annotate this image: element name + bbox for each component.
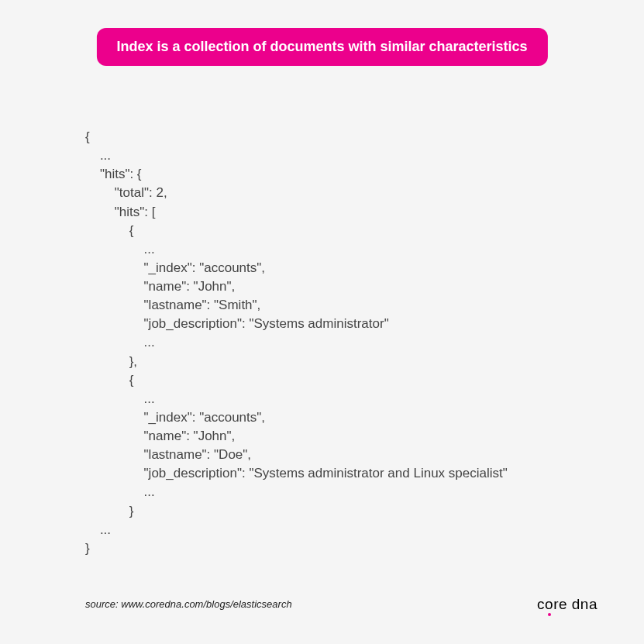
banner-heading: Index is a collection of documents with …: [96, 28, 547, 66]
code-block: { ... "hits": { "total": 2, "hits": [ { …: [85, 128, 582, 558]
source-citation: source: www.coredna.com/blogs/elasticsea…: [85, 598, 292, 610]
coredna-logo: core dna: [537, 596, 598, 613]
